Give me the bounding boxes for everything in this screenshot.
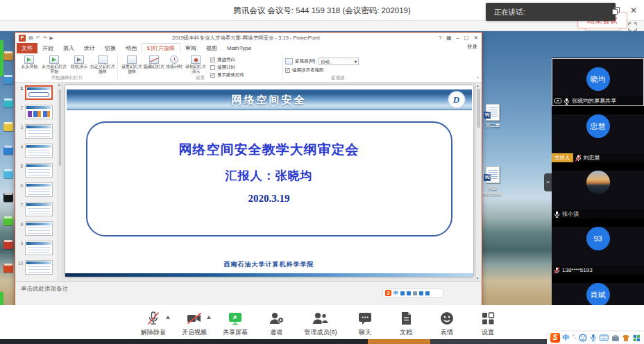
- desktop-icon[interactable]: [3, 169, 13, 178]
- caret-up-icon[interactable]: [207, 316, 211, 319]
- chat-button[interactable]: 聊天: [348, 311, 382, 337]
- record-slideshow-button[interactable]: 录制幻灯片演示: [184, 55, 207, 74]
- slide-thumbnail[interactable]: 5: [17, 163, 55, 178]
- participant-tile[interactable]: 93 138****5193: [552, 227, 644, 275]
- ime-icon[interactable]: [400, 291, 405, 295]
- redo-icon[interactable]: ↷: [43, 35, 47, 41]
- slide-thumbnail[interactable]: 6: [17, 182, 55, 197]
- ime-icon[interactable]: [413, 291, 417, 295]
- desktop-icon-column: [2, 41, 15, 287]
- participant-tile[interactable]: 晓均 张晓均的屏幕共享: [552, 58, 644, 106]
- chinese-mode-icon[interactable]: 中: [563, 333, 570, 343]
- from-current-slide-button[interactable]: 从当前幻灯片开始: [40, 55, 69, 74]
- maximize-icon[interactable]: ▢: [464, 35, 469, 41]
- tab-insert[interactable]: 插入: [58, 43, 79, 53]
- scroll-down-icon[interactable]: ▾: [477, 276, 479, 280]
- punctuation-icon[interactable]: °,: [573, 334, 576, 340]
- scroll-up-icon[interactable]: ▴: [477, 83, 479, 87]
- ppt-close-icon[interactable]: ✕: [474, 35, 478, 41]
- keyboard-icon[interactable]: [600, 334, 609, 341]
- tab-view[interactable]: 视图: [201, 43, 222, 53]
- start-video-button[interactable]: 开启视频: [177, 311, 212, 337]
- unmute-button[interactable]: 解除静音: [136, 311, 171, 337]
- notes-pane[interactable]: 单击此处添加备注 S 中: [15, 281, 482, 307]
- close-window-icon[interactable]: ✕: [630, 6, 637, 15]
- ime-icon[interactable]: [425, 291, 430, 295]
- participant-tile[interactable]: 忠慧 主持人 刘忠慧: [552, 114, 644, 162]
- slide-thumbnail[interactable]: 7: [17, 202, 55, 216]
- present-online-button[interactable]: 联机演示: [68, 55, 90, 69]
- slide-thumbnail[interactable]: 2: [17, 105, 55, 119]
- participant-tile[interactable]: 张小洪: [552, 171, 644, 218]
- use-timings-checkbox[interactable]: 使用计时: [210, 64, 244, 71]
- ime-icon[interactable]: [407, 291, 411, 295]
- tab-transitions[interactable]: 切换: [100, 43, 121, 53]
- rehearse-timings-button[interactable]: 排练计时: [164, 55, 184, 69]
- grid-icon[interactable]: [633, 334, 641, 342]
- desktop-icon[interactable]: [3, 264, 13, 273]
- toolbox-icon[interactable]: [611, 334, 620, 342]
- slide-presenter-line: 汇报人：张晓均: [226, 168, 313, 184]
- desktop-icon[interactable]: [3, 98, 13, 108]
- tab-file[interactable]: 文件: [17, 43, 37, 53]
- sogou-logo-icon[interactable]: S: [385, 290, 391, 296]
- caret-up-icon[interactable]: [166, 316, 170, 319]
- ime-mini-toolbar[interactable]: S 中: [382, 289, 443, 298]
- slide-thumbnail[interactable]: 3: [17, 124, 55, 139]
- from-beginning-button[interactable]: 从头开始: [19, 55, 40, 69]
- tab-review[interactable]: 审阅: [180, 43, 201, 53]
- slide-canvas[interactable]: 网络空间安全 D 网络空间安全教学大纲审定会 汇报人：张晓均 2020.3.19…: [65, 85, 473, 277]
- desktop-icon[interactable]: [3, 146, 13, 155]
- desktop-icon[interactable]: [3, 216, 13, 225]
- desktop-icon[interactable]: [3, 193, 13, 202]
- slide-scrollbar[interactable]: ▴ ▾: [475, 83, 482, 281]
- collapse-ribbon-icon[interactable]: ^: [477, 76, 479, 80]
- manage-members-button[interactable]: 管理成员(6): [300, 311, 341, 337]
- sogou-logo-icon[interactable]: S: [550, 333, 560, 343]
- sidebar-collapse-handle[interactable]: >: [544, 173, 552, 191]
- slideshow-icon[interactable]: ▶: [49, 35, 53, 41]
- undo-icon[interactable]: ↶: [36, 35, 40, 41]
- desktop-icon[interactable]: [3, 75, 13, 84]
- play-narrations-checkbox[interactable]: ✓播放旁白: [210, 57, 244, 63]
- fullscreen-icon[interactable]: [628, 22, 637, 31]
- slide-thumbnail[interactable]: 1: [17, 85, 55, 100]
- quick-access-toolbar[interactable]: ▤↶↷▶: [28, 35, 53, 41]
- custom-slideshow-button[interactable]: 自定义幻灯片放映: [90, 55, 115, 74]
- share-screen-button[interactable]: 共享屏幕: [218, 311, 253, 337]
- settings-button[interactable]: 设置: [471, 311, 505, 337]
- skin-icon[interactable]: [622, 334, 630, 342]
- desktop-icon[interactable]: [3, 51, 13, 60]
- slide-thumbnail[interactable]: 10: [17, 260, 55, 275]
- presenter-view-checkbox[interactable]: ✓使用演示者视图: [285, 67, 324, 74]
- participant-label: 张晓均的屏幕共享: [572, 97, 616, 105]
- desktop-icon[interactable]: [3, 240, 13, 249]
- tab-mathtype[interactable]: MathType: [222, 43, 256, 53]
- emoji-icon[interactable]: [579, 334, 587, 342]
- tab-slideshow[interactable]: 幻灯片放映: [142, 43, 180, 53]
- monitor-select[interactable]: 自动▾: [319, 58, 359, 65]
- tab-animations[interactable]: 动画: [121, 43, 142, 53]
- minimize-icon[interactable]: –: [456, 35, 459, 41]
- slide-thumbnail[interactable]: 4: [17, 144, 55, 158]
- ribbon-group-setup: 设置幻灯片放映 隐藏幻灯片 排练计时 录制幻灯片演示 ✓播放旁白 使用计时 ✓显…: [118, 54, 283, 82]
- tab-design[interactable]: 设计: [79, 43, 100, 53]
- ribbon-options-icon[interactable]: ▦: [446, 35, 451, 41]
- desktop-icon[interactable]: [3, 122, 13, 131]
- save-icon[interactable]: ▤: [28, 35, 33, 41]
- slide-thumbnail[interactable]: 8: [17, 221, 55, 236]
- ime-icon[interactable]: [419, 291, 423, 295]
- slide-thumbnail[interactable]: 9: [17, 241, 55, 255]
- voice-input-icon[interactable]: [590, 334, 597, 342]
- help-icon[interactable]: ?: [439, 35, 441, 41]
- emoji-button[interactable]: 表情: [430, 311, 464, 337]
- documents-button[interactable]: 文档: [389, 311, 423, 337]
- hide-slide-button[interactable]: 隐藏幻灯片: [144, 55, 164, 69]
- setup-slideshow-button[interactable]: 设置幻灯片放映: [120, 55, 144, 74]
- chinese-mode-icon[interactable]: 中: [393, 290, 398, 297]
- invite-button[interactable]: 邀请: [259, 311, 294, 337]
- restore-window-icon[interactable]: [612, 7, 619, 14]
- thumbnail-scrollbar[interactable]: [58, 83, 62, 281]
- tab-home[interactable]: 开始: [37, 43, 58, 53]
- mic-muted-icon: [146, 311, 161, 326]
